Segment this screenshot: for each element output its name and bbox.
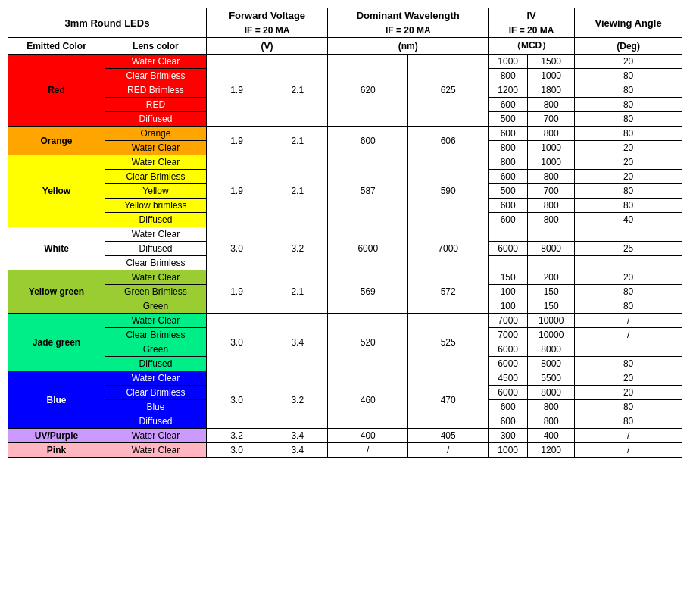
viewing-angle: 40	[575, 213, 682, 227]
fv-max: 3.4	[267, 429, 328, 443]
lens-color-cell: Water Clear	[105, 227, 207, 242]
dw-min: 520	[328, 314, 408, 371]
table-title: 3mm Round LEDs	[8, 8, 207, 38]
viewing-angle: /	[575, 314, 682, 328]
iv-max: 200	[528, 270, 575, 285]
dw-min: 569	[328, 270, 408, 314]
viewing-angle	[575, 227, 682, 242]
fv-unit: (V)	[206, 38, 327, 55]
col-lens-color: Lens color	[105, 38, 207, 55]
dw-max: 470	[408, 371, 489, 429]
lens-color-cell: Water Clear	[105, 270, 207, 285]
iv-min: 500	[489, 184, 528, 199]
lens-color-cell: Blue	[105, 400, 207, 414]
dw-min: 6000	[328, 227, 408, 270]
iv-max: 1800	[528, 83, 575, 98]
fv-max: 2.1	[267, 155, 328, 227]
fv-header: Forward Voltage	[206, 8, 327, 23]
lens-color-cell: Clear Brimless	[105, 328, 207, 342]
iv-min: 1000	[489, 443, 528, 458]
viewing-angle	[575, 256, 682, 270]
iv-max: 1200	[528, 443, 575, 458]
viewing-angle: 80	[575, 83, 682, 98]
viewing-angle: 80	[575, 414, 682, 429]
iv-max: 800	[528, 170, 575, 184]
iv-min: 600	[489, 400, 528, 414]
lens-color-cell: Green	[105, 342, 207, 357]
viewing-angle: 20	[575, 55, 682, 69]
dw-max: 606	[408, 127, 489, 155]
fv-max: 3.4	[267, 314, 328, 371]
lens-color-cell: Water Clear	[105, 155, 207, 170]
iv-unit: （MCD）	[489, 38, 575, 55]
dw-unit: (nm)	[328, 38, 489, 55]
iv-min: 1200	[489, 83, 528, 98]
viewing-angle: 25	[575, 242, 682, 256]
dw-min: /	[328, 443, 408, 458]
iv-min: 600	[489, 199, 528, 213]
viewing-angle: 80	[575, 285, 682, 299]
iv-min: 6000	[489, 386, 528, 400]
emitted-color-cell: Blue	[8, 371, 105, 429]
iv-max	[528, 227, 575, 242]
lens-color-cell: Diffused	[105, 242, 207, 256]
dw-header: Dominant Wavelength	[328, 8, 489, 23]
viewing-angle: 80	[575, 69, 682, 83]
iv-min: 600	[489, 414, 528, 429]
fv-min: 1.9	[206, 55, 267, 127]
iv-max: 800	[528, 98, 575, 112]
fv-min: 1.9	[206, 270, 267, 314]
lens-color-cell: Diffused	[105, 112, 207, 127]
viewing-angle: 80	[575, 184, 682, 199]
iv-max: 800	[528, 213, 575, 227]
dw-min: 460	[328, 371, 408, 429]
emitted-color-cell: Yellow green	[8, 270, 105, 314]
iv-min: 1000	[489, 55, 528, 69]
fv-min: 1.9	[206, 155, 267, 227]
lens-color-cell: Water Clear	[105, 371, 207, 386]
lens-color-cell: Diffused	[105, 213, 207, 227]
dw-max: 405	[408, 429, 489, 443]
iv-if: IF = 20 MA	[489, 23, 575, 38]
viewing-angle: 20	[575, 141, 682, 155]
fv-max: 2.1	[267, 127, 328, 155]
col-emitted-color: Emitted Color	[8, 38, 105, 55]
dw-max: /	[408, 443, 489, 458]
dw-max: 525	[408, 314, 489, 371]
iv-max: 10000	[528, 328, 575, 342]
viewing-angle: 80	[575, 127, 682, 141]
iv-min: 800	[489, 155, 528, 170]
iv-min: 100	[489, 299, 528, 314]
viewing-angle: 20	[575, 371, 682, 386]
iv-min: 7000	[489, 328, 528, 342]
iv-min: 800	[489, 141, 528, 155]
emitted-color-cell: Pink	[8, 443, 105, 458]
viewing-angle: 20	[575, 386, 682, 400]
lens-color-cell: Water Clear	[105, 55, 207, 69]
iv-max: 800	[528, 199, 575, 213]
iv-min: 6000	[489, 357, 528, 371]
iv-min: 600	[489, 127, 528, 141]
fv-min: 3.0	[206, 371, 267, 429]
emitted-color-cell: Orange	[8, 127, 105, 155]
dw-max: 590	[408, 155, 489, 227]
viewing-angle	[575, 342, 682, 357]
iv-max: 700	[528, 112, 575, 127]
iv-max: 8000	[528, 386, 575, 400]
viewing-angle: 20	[575, 270, 682, 285]
lens-color-cell: RED Brimless	[105, 83, 207, 98]
viewing-angle: 80	[575, 400, 682, 414]
lens-color-cell: Clear Brimless	[105, 256, 207, 270]
iv-max: 10000	[528, 314, 575, 328]
lens-color-cell: Water Clear	[105, 141, 207, 155]
iv-min: 600	[489, 213, 528, 227]
lens-color-cell: Green	[105, 299, 207, 314]
iv-min: 100	[489, 285, 528, 299]
iv-min: 500	[489, 112, 528, 127]
va-header: Viewing Angle	[575, 8, 682, 38]
iv-max: 1000	[528, 141, 575, 155]
iv-max: 150	[528, 285, 575, 299]
viewing-angle: 80	[575, 98, 682, 112]
fv-min: 3.0	[206, 314, 267, 371]
va-unit: (Deg)	[575, 38, 682, 55]
